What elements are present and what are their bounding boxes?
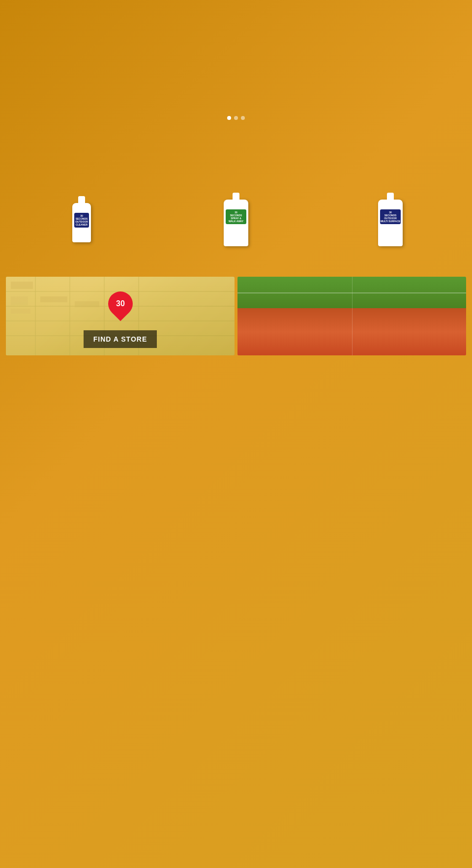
hero-dot-2[interactable]	[234, 116, 238, 120]
svg-rect-12	[11, 296, 28, 305]
product-multi[interactable]: OUTDOOR MULTI SURFACE CLEANER 30SECONDSO…	[315, 178, 466, 255]
pin-text: 30	[116, 299, 125, 308]
pin-circle: 30	[103, 287, 138, 321]
product-multi-image: 30SECONDSOUTDOORMULTI SURFACE	[315, 191, 466, 255]
store-map-image[interactable]: 30 FIND A STORE	[6, 277, 235, 355]
hero-dot-1[interactable]	[227, 116, 231, 120]
hero-dot-3[interactable]	[241, 116, 245, 120]
svg-rect-9	[40, 296, 67, 302]
before-after-image[interactable]	[237, 277, 466, 355]
svg-rect-8	[11, 282, 33, 289]
before-after-block: BEFORE & AFTER PICTURES	[237, 265, 466, 355]
hero-dots	[227, 116, 245, 120]
svg-rect-11	[75, 301, 99, 307]
svg-rect-10	[11, 309, 30, 314]
products-grid: OUTDOOR CLEANER 30SECONDSOUTDOORCLEANER …	[0, 174, 472, 260]
find-store-button[interactable]: FIND A STORE	[84, 330, 157, 348]
store-pin: 30	[108, 291, 133, 316]
store-locator-block: STORE LOCATOR	[6, 265, 235, 355]
